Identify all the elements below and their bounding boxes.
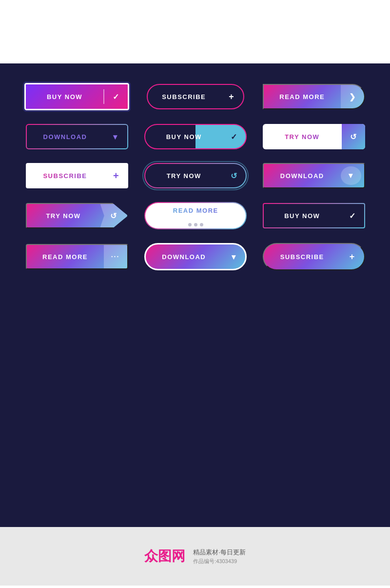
check-icon-2: ✓ bbox=[222, 125, 246, 148]
try-now-button-3[interactable]: TRY NOW ↺ bbox=[26, 203, 128, 228]
refresh-icon: ↺ bbox=[342, 124, 365, 149]
plus-icon: + bbox=[220, 85, 243, 108]
chevron-down-icon-3: ▾ bbox=[222, 244, 245, 269]
read-more-button-1[interactable]: READ MORE ❯ bbox=[263, 84, 365, 109]
subscribe-1-label: SUBSCRIBE bbox=[148, 93, 220, 101]
subscribe-3-label: SUBSCRIBE bbox=[264, 253, 341, 261]
dot-1 bbox=[188, 223, 192, 226]
watermark-product-id: 作品编号:4303439 bbox=[193, 558, 246, 565]
try-now-2-label: TRY NOW bbox=[145, 172, 222, 180]
read-more-button-2[interactable]: READ MORE bbox=[144, 202, 247, 229]
refresh-icon-2: ↺ bbox=[222, 164, 246, 187]
buy-now-button-1[interactable]: BUY NOW ✓ bbox=[24, 83, 129, 110]
chevron-right-icon: ❯ bbox=[341, 85, 364, 108]
buy-now-1-label: BUY NOW bbox=[26, 93, 103, 101]
buy-now-button-3[interactable]: BUY NOW ✓ bbox=[263, 203, 365, 228]
try-now-1-label: TRY NOW bbox=[263, 133, 342, 141]
watermark-tagline: 精品素材·每日更新 bbox=[193, 547, 246, 558]
download-button-1[interactable]: DOWNLOAD ▾ bbox=[26, 124, 128, 149]
dots-icon: ··· bbox=[104, 245, 127, 268]
plus-icon-2: + bbox=[105, 163, 128, 188]
read-more-1-label: READ MORE bbox=[264, 93, 341, 101]
button-grid: BUY NOW ✓ SUBSCRIBE + READ MORE ❯ DOWNLO… bbox=[24, 83, 366, 270]
watermark-info: 精品素材·每日更新 作品编号:4303439 bbox=[193, 547, 246, 565]
download-button-2[interactable]: DOWNLOAD ▾ bbox=[263, 163, 365, 188]
try-now-button-1[interactable]: TRY NOW ↺ bbox=[263, 124, 365, 149]
dot-2 bbox=[194, 223, 197, 226]
download-1-label: DOWNLOAD bbox=[27, 133, 104, 141]
plus-icon-3: + bbox=[341, 244, 364, 269]
subscribe-button-2[interactable]: SUBSCRIBE + bbox=[26, 163, 128, 188]
download-3-label: DOWNLOAD bbox=[146, 253, 222, 261]
download-2-label: DOWNLOAD bbox=[264, 172, 341, 180]
buy-now-3-label: BUY NOW bbox=[264, 212, 341, 220]
refresh-icon-3: ↺ bbox=[100, 204, 127, 227]
buy-now-button-2[interactable]: BUY NOW ✓ bbox=[144, 124, 247, 149]
try-now-3-label: TRY NOW bbox=[27, 212, 100, 220]
chevron-down-icon: ▾ bbox=[104, 125, 127, 148]
subscribe-button-3[interactable]: SUBSCRIBE + bbox=[263, 243, 365, 270]
read-more-3-label: READ MORE bbox=[27, 253, 104, 261]
chevron-down-icon-2: ▾ bbox=[341, 166, 361, 185]
read-more-2-label: READ MORE bbox=[145, 207, 246, 221]
check-icon: ✓ bbox=[104, 84, 128, 109]
main-area: BUY NOW ✓ SUBSCRIBE + READ MORE ❯ DOWNLO… bbox=[0, 63, 390, 527]
top-white-area bbox=[0, 0, 390, 63]
read-more-button-3[interactable]: READ MORE ··· bbox=[26, 244, 128, 269]
dots-indicator bbox=[188, 223, 203, 226]
subscribe-2-label: SUBSCRIBE bbox=[26, 172, 105, 180]
watermark-logo: 众图网 bbox=[144, 547, 185, 566]
try-now-button-2[interactable]: TRY NOW ↺ bbox=[144, 163, 247, 188]
subscribe-button-1[interactable]: SUBSCRIBE + bbox=[147, 84, 244, 109]
download-button-3[interactable]: DOWNLOAD ▾ bbox=[144, 243, 247, 270]
dot-3 bbox=[200, 223, 203, 226]
watermark-area: 众图网 精品素材·每日更新 作品编号:4303439 bbox=[0, 527, 390, 586]
buy-now-2-label: BUY NOW bbox=[145, 133, 222, 141]
check-icon-3: ✓ bbox=[341, 204, 364, 227]
